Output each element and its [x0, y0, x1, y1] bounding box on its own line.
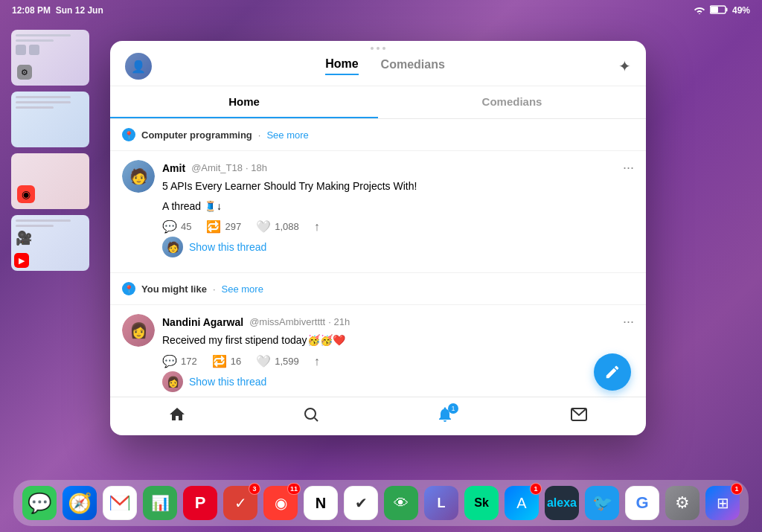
tweet-2-handle: @missAmbivertttt — [249, 316, 325, 327]
dock-ops[interactable]: ◉ 11 — [263, 486, 298, 520]
bottom-nav: 1 — [110, 397, 646, 435]
status-time: 12:08 PM Sun 12 Jun — [12, 5, 103, 16]
dock-safari[interactable]: 🧭 — [63, 486, 97, 520]
tweet-2-comment[interactable]: 💬 172 — [162, 354, 197, 368]
bg-window-4: 🎥 ▶ — [11, 215, 89, 271]
bg-window-1: ⚙ — [11, 30, 89, 86]
twitter-window: 👤 Home Comedians ✦ Home Comedians 📍 Comp… — [110, 41, 646, 435]
tweet-1-text: 5 APIs Every Learner Should Try Making P… — [162, 179, 634, 194]
dock-gmail[interactable] — [103, 486, 137, 520]
dock-pinterest[interactable]: P — [183, 486, 217, 520]
tweet-2-more[interactable]: ··· — [623, 314, 634, 330]
tab-home[interactable]: Home — [325, 57, 358, 75]
search-icon — [302, 406, 320, 428]
compose-button[interactable] — [594, 353, 631, 391]
tweet-2-share[interactable]: ↑ — [314, 355, 320, 368]
sec-tab-comedians[interactable]: Comedians — [378, 86, 646, 118]
share-icon-2: ↑ — [314, 355, 320, 368]
tweet-1-time: · 18h — [246, 162, 267, 173]
sec-tab-home[interactable]: Home — [110, 86, 378, 118]
secondary-tabs: Home Comedians — [110, 86, 646, 119]
battery-icon — [710, 5, 728, 16]
tweet-2-like[interactable]: 🤍 1,599 — [256, 354, 299, 368]
tweet-1-author[interactable]: Amit — [162, 162, 185, 174]
home-icon — [168, 406, 186, 428]
dock-twitter[interactable]: 🐦 — [585, 486, 619, 520]
dock-multi[interactable]: ⊞ 1 — [705, 486, 740, 520]
dock: 💬 🧭 📊 P ✓ 3 ◉ 11 N ✔ 👁 L Sk A 1 alexa 🐦 … — [13, 480, 749, 526]
tweet-1-content: Amit @Amit_T18 · 18h ··· 5 APIs Every Le… — [162, 160, 634, 263]
dock-notion[interactable]: N — [304, 486, 338, 520]
tweet-2-avatar[interactable]: 👩 — [122, 314, 155, 347]
tweet-2-author[interactable]: Nandini Agarwal — [162, 316, 243, 328]
dot-separator-2: · — [213, 283, 216, 295]
retweet-icon-2: 🔁 — [212, 354, 227, 368]
nav-search[interactable] — [296, 402, 326, 432]
show-thread-link-1[interactable]: Show this thread — [189, 241, 266, 253]
share-icon: ↑ — [314, 220, 320, 234]
tweet-1: 🧑 Amit @Amit_T18 · 18h ··· 5 APIs Every … — [110, 151, 646, 273]
nav-home[interactable] — [162, 402, 192, 432]
dock-lottie[interactable]: L — [424, 486, 458, 520]
tweet-2-retweet[interactable]: 🔁 16 — [212, 354, 241, 368]
nav-tabs: Home Comedians — [325, 57, 445, 75]
dock-owly[interactable]: 👁 — [384, 486, 418, 520]
dock-alexa[interactable]: alexa — [545, 486, 579, 520]
comment-icon: 💬 — [162, 219, 177, 234]
bg-window-2 — [11, 92, 89, 147]
dock-sheets[interactable]: 📊 — [143, 486, 177, 520]
top-nav: 👤 Home Comedians ✦ — [110, 53, 646, 86]
topic-icon-1: 📍 — [122, 128, 135, 141]
notif-badge: 1 — [448, 403, 458, 414]
tweet-1-more[interactable]: ··· — [623, 160, 634, 176]
tweet-1-share[interactable]: ↑ — [314, 220, 320, 234]
topic-name-1: Computer programming — [141, 129, 252, 141]
tweet-2-actions: 💬 172 🔁 16 🤍 1,599 ↑ — [162, 354, 634, 368]
tweet-1-handle: @Amit_T18 — [191, 162, 243, 173]
topic-name-2: You might like — [141, 283, 207, 295]
background-windows: ⚙ ◉ 🎥 ▶ — [11, 30, 89, 271]
wifi-icon — [694, 5, 705, 16]
show-thread-link-2[interactable]: Show this thread — [189, 376, 266, 388]
dock-appstore[interactable]: A 1 — [505, 486, 539, 520]
show-thread-2[interactable]: 👩 Show this thread — [162, 368, 634, 397]
battery-percent: 49% — [732, 5, 750, 16]
tweet-2-time: · 21h — [328, 316, 350, 327]
dock-settings[interactable]: ⚙ — [665, 486, 699, 520]
svg-line-4 — [315, 417, 318, 420]
show-thread-1[interactable]: 🧑 Show this thread — [162, 234, 634, 263]
retweet-icon: 🔁 — [206, 219, 221, 234]
dock-check[interactable]: ✔ — [344, 486, 378, 520]
dock-todoist-badge: 3 — [249, 483, 260, 495]
dot-separator-1: · — [258, 129, 261, 141]
tab-comedians[interactable]: Comedians — [381, 58, 445, 74]
topic-icon-2: 📍 — [122, 282, 135, 295]
dock-ops-badge: 11 — [287, 483, 301, 495]
svg-rect-1 — [711, 7, 718, 13]
like-icon: 🤍 — [256, 219, 271, 234]
svg-rect-2 — [726, 8, 727, 12]
dock-google[interactable]: G — [625, 486, 659, 520]
tweet-1-like[interactable]: 🤍 1,088 — [256, 219, 299, 234]
tweet-1-avatar[interactable]: 🧑 — [122, 160, 155, 193]
tweet-1-comment[interactable]: 💬 45 — [162, 219, 191, 234]
tweet-2-content: Nandini Agarwal @missAmbivertttt · 21h ·… — [162, 314, 634, 397]
nav-messages[interactable] — [564, 402, 594, 432]
see-more-2[interactable]: See more — [222, 283, 263, 295]
tweet-1-thread: A thread 🧵↓ — [162, 200, 634, 212]
status-bar: 12:08 PM Sun 12 Jun 49% — [0, 0, 762, 21]
nav-notifications[interactable]: 1 — [430, 402, 460, 432]
dock-messages[interactable]: 💬 — [22, 486, 57, 520]
topic-section-1: 📍 Computer programming · See more — [110, 119, 646, 151]
tweet-feed: 📍 Computer programming · See more 🧑 Amit… — [110, 119, 646, 397]
dock-todoist[interactable]: ✓ 3 — [223, 486, 257, 520]
user-avatar[interactable]: 👤 — [125, 53, 152, 80]
mail-icon — [570, 406, 588, 428]
see-more-1[interactable]: See more — [266, 129, 308, 141]
sparkle-button[interactable]: ✦ — [618, 57, 631, 75]
topic-section-2: 📍 You might like · See more — [110, 273, 646, 305]
dock-multi-badge: 1 — [731, 483, 743, 495]
dock-skillshare[interactable]: Sk — [464, 486, 499, 520]
tweet-1-retweet[interactable]: 🔁 297 — [206, 219, 241, 234]
window-drag-handle[interactable] — [110, 41, 646, 53]
